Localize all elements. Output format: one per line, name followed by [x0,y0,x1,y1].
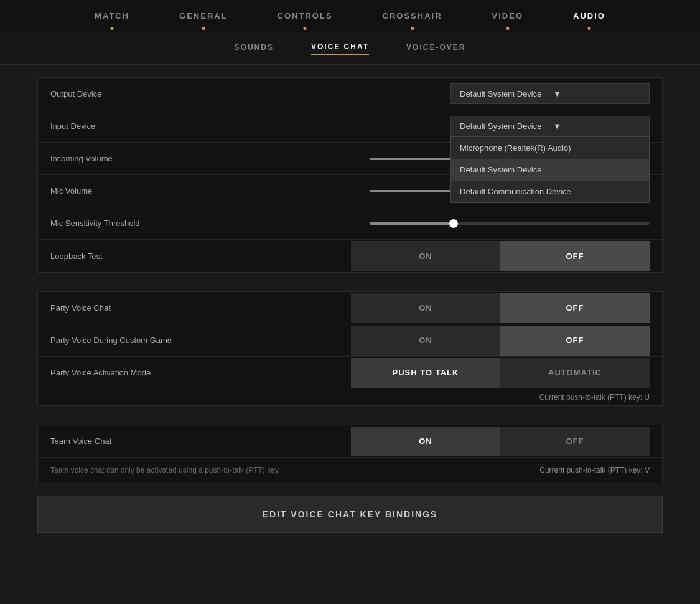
team-voice-chat-label: Team Voice Chat [50,436,237,446]
nav-controls[interactable]: CONTROLS [253,0,358,32]
nav-crosshair[interactable]: CROSSHAIR [358,0,467,32]
input-device-label: Input Device [50,121,237,131]
party-voice-activation-row: Party Voice Activation Mode Push to Talk… [38,357,662,389]
party-voice-chat-control: On Off [237,293,650,323]
top-navigation: MATCH GENERAL CONTROLS CROSSHAIR VIDEO A… [0,0,700,32]
mic-sensitivity-thumb[interactable] [449,219,458,228]
team-voice-note: Team voice chat can only be activated us… [50,466,280,474]
party-voice-custom-off-button[interactable]: Off [500,326,650,356]
input-option-2[interactable]: Default Communication Device [451,181,649,202]
device-settings-section: Output Device Default System Device ▼ In… [37,77,663,273]
sub-navigation: SOUNDS VOICE CHAT VOICE-OVER [0,32,700,65]
party-voice-custom-on-button[interactable]: On [351,326,500,356]
mic-sensitivity-slider-container [237,222,650,225]
output-device-dropdown[interactable]: Default System Device ▼ [450,83,650,104]
party-voice-chat-label: Party Voice Chat [50,303,237,313]
party-voice-custom-label: Party Voice During Custom Game [50,336,237,345]
input-dropdown-wrapper: Default System Device ▼ Microphone (Real… [450,116,650,136]
party-ptt-note: Current push-to-talk (PTT) key: U [38,389,662,405]
loopback-test-label: Loopback Test [50,252,237,261]
nav-video[interactable]: VIDEO [467,0,548,32]
input-device-dropdown-menu: Microphone (Realtek(R) Audio) Default Sy… [450,136,650,203]
party-voice-chat-toggle-group: On Off [351,293,650,323]
loopback-test-toggle-group: On Off [351,241,650,271]
party-voice-automatic-button[interactable]: Automatic [500,358,650,388]
party-voice-chat-row: Party Voice Chat On Off [38,292,662,324]
team-voice-chat-control: On Off [237,427,650,456]
subnav-voice-chat[interactable]: VOICE CHAT [311,42,369,55]
mic-volume-label: Mic Volume [50,186,237,196]
input-option-1[interactable]: Default System Device [451,159,649,181]
party-voice-custom-toggle-group: On Off [351,326,650,356]
spacer-2 [37,412,663,425]
edit-voice-chat-key-bindings-button[interactable]: EDIT VOICE CHAT KEY BINDINGS [37,496,663,533]
nav-dot-controls [304,27,307,30]
team-voice-note-row: Team voice chat can only be activated us… [38,458,662,483]
mic-sensitivity-track[interactable] [370,222,650,225]
team-voice-chat-row: Team Voice Chat On Off [38,425,662,458]
subnav-voice-over[interactable]: VOICE-OVER [406,43,465,54]
input-device-dropdown[interactable]: Default System Device ▼ [450,116,650,136]
mic-sensitivity-fill [370,222,454,225]
output-device-row: Output Device Default System Device ▼ [38,78,662,110]
mic-sensitivity-row: Mic Sensitivity Threshold [38,207,662,240]
loopback-on-button[interactable]: On [351,241,500,271]
content-area: Output Device Default System Device ▼ In… [0,65,700,545]
nav-match[interactable]: MATCH [70,0,154,32]
party-voice-activation-control: Push to Talk Automatic [237,358,650,388]
input-device-dropdown-arrow: ▼ [553,121,640,131]
nav-dot-audio [587,27,590,30]
party-voice-custom-row: Party Voice During Custom Game On Off [38,324,662,357]
input-device-control: Default System Device ▼ Microphone (Real… [237,116,650,136]
nav-audio[interactable]: AUDIO [548,0,630,32]
nav-dot-match [111,27,114,30]
output-device-control: Default System Device ▼ [237,83,650,104]
team-voice-chat-toggle-group: On Off [351,427,650,456]
output-device-label: Output Device [50,89,237,98]
nav-dot-crosshair [411,27,414,30]
party-voice-off-button[interactable]: Off [500,293,650,323]
party-voice-activation-toggle-group: Push to Talk Automatic [351,358,650,388]
incoming-volume-label: Incoming Volume [50,154,237,163]
subnav-sounds[interactable]: SOUNDS [235,43,274,54]
party-voice-section: Party Voice Chat On Off Party Voice Duri… [37,291,663,406]
party-voice-on-button[interactable]: On [351,293,500,323]
party-voice-ptt-button[interactable]: Push to Talk [351,358,500,388]
input-option-0[interactable]: Microphone (Realtek(R) Audio) [451,137,649,159]
team-voice-off-button[interactable]: Off [500,427,650,456]
team-voice-on-button[interactable]: On [351,427,500,456]
input-device-row: Input Device Default System Device ▼ Mic… [38,110,662,143]
team-ptt-note: Current push-to-talk (PTT) key: V [539,466,650,474]
loopback-test-row: Loopback Test On Off [38,240,662,272]
team-voice-section: Team Voice Chat On Off Team voice chat c… [37,425,663,483]
loopback-test-control: On Off [237,241,650,271]
nav-dot-general [202,27,205,30]
party-voice-custom-control: On Off [237,326,650,356]
output-device-dropdown-arrow: ▼ [553,89,640,98]
loopback-off-button[interactable]: Off [500,241,650,271]
spacer-1 [37,279,663,291]
party-voice-activation-label: Party Voice Activation Mode [50,368,237,377]
nav-general[interactable]: GENERAL [154,0,253,32]
nav-dot-video [506,27,509,30]
mic-sensitivity-label: Mic Sensitivity Threshold [50,219,237,228]
